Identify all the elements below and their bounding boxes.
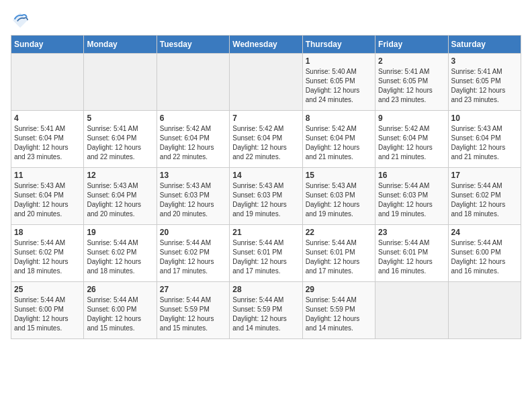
day-number: 20 <box>160 228 226 237</box>
day-cell <box>448 282 521 339</box>
day-cell: 14Sunrise: 5:43 AM Sunset: 6:03 PM Dayli… <box>230 168 302 225</box>
day-cell: 2Sunrise: 5:41 AM Sunset: 6:05 PM Daylig… <box>375 54 448 111</box>
day-cell <box>157 54 229 111</box>
day-cell: 13Sunrise: 5:43 AM Sunset: 6:03 PM Dayli… <box>157 168 229 225</box>
day-cell: 3Sunrise: 5:41 AM Sunset: 6:05 PM Daylig… <box>448 54 521 111</box>
day-number: 29 <box>306 285 372 294</box>
day-cell: 29Sunrise: 5:44 AM Sunset: 5:59 PM Dayli… <box>302 282 375 339</box>
day-number: 22 <box>306 228 372 237</box>
day-info: Sunrise: 5:44 AM Sunset: 5:59 PM Dayligh… <box>306 295 372 333</box>
day-info: Sunrise: 5:44 AM Sunset: 6:01 PM Dayligh… <box>306 238 372 276</box>
day-info: Sunrise: 5:44 AM Sunset: 6:00 PM Dayligh… <box>87 295 153 333</box>
day-info: Sunrise: 5:44 AM Sunset: 6:01 PM Dayligh… <box>232 238 299 276</box>
day-cell: 7Sunrise: 5:42 AM Sunset: 6:04 PM Daylig… <box>230 111 302 168</box>
day-info: Sunrise: 5:44 AM Sunset: 5:59 PM Dayligh… <box>160 295 226 333</box>
day-info: Sunrise: 5:42 AM Sunset: 6:04 PM Dayligh… <box>232 124 299 162</box>
day-cell: 10Sunrise: 5:43 AM Sunset: 6:04 PM Dayli… <box>448 111 521 168</box>
day-info: Sunrise: 5:44 AM Sunset: 6:01 PM Dayligh… <box>378 238 445 276</box>
day-info: Sunrise: 5:44 AM Sunset: 6:03 PM Dayligh… <box>378 181 445 219</box>
day-header-thursday: Thursday <box>302 36 375 54</box>
day-number: 16 <box>378 171 445 180</box>
day-header-sunday: Sunday <box>11 36 84 54</box>
day-cell: 18Sunrise: 5:44 AM Sunset: 6:02 PM Dayli… <box>11 225 84 282</box>
day-info: Sunrise: 5:44 AM Sunset: 5:59 PM Dayligh… <box>232 295 299 333</box>
day-cell <box>230 54 302 111</box>
day-number: 5 <box>87 113 153 123</box>
day-cell <box>11 54 84 111</box>
day-info: Sunrise: 5:44 AM Sunset: 6:02 PM Dayligh… <box>87 238 153 276</box>
day-cell <box>375 282 448 339</box>
day-cell: 28Sunrise: 5:44 AM Sunset: 5:59 PM Dayli… <box>230 282 302 339</box>
day-number: 7 <box>232 113 299 123</box>
day-number: 14 <box>232 171 299 180</box>
day-number: 12 <box>87 171 153 180</box>
day-number: 25 <box>14 285 81 294</box>
day-number: 23 <box>378 228 445 237</box>
day-info: Sunrise: 5:44 AM Sunset: 6:00 PM Dayligh… <box>451 238 518 276</box>
day-cell: 16Sunrise: 5:44 AM Sunset: 6:03 PM Dayli… <box>375 168 448 225</box>
week-row-1: 1Sunrise: 5:40 AM Sunset: 6:05 PM Daylig… <box>11 54 521 111</box>
day-number: 24 <box>451 228 518 237</box>
day-number: 18 <box>14 228 81 237</box>
day-number: 1 <box>306 56 372 66</box>
day-cell: 26Sunrise: 5:44 AM Sunset: 6:00 PM Dayli… <box>84 282 157 339</box>
day-info: Sunrise: 5:44 AM Sunset: 6:02 PM Dayligh… <box>160 238 226 276</box>
day-info: Sunrise: 5:44 AM Sunset: 6:00 PM Dayligh… <box>14 295 81 333</box>
day-info: Sunrise: 5:41 AM Sunset: 6:04 PM Dayligh… <box>14 124 81 162</box>
day-number: 28 <box>232 285 299 294</box>
day-number: 21 <box>232 228 299 237</box>
day-header-friday: Friday <box>375 36 448 54</box>
day-cell: 19Sunrise: 5:44 AM Sunset: 6:02 PM Dayli… <box>84 225 157 282</box>
day-info: Sunrise: 5:42 AM Sunset: 6:04 PM Dayligh… <box>306 124 372 162</box>
day-number: 6 <box>160 113 226 123</box>
week-row-5: 25Sunrise: 5:44 AM Sunset: 6:00 PM Dayli… <box>11 282 521 339</box>
day-number: 3 <box>451 56 518 66</box>
day-info: Sunrise: 5:44 AM Sunset: 6:02 PM Dayligh… <box>451 181 518 219</box>
day-info: Sunrise: 5:42 AM Sunset: 6:04 PM Dayligh… <box>378 124 445 162</box>
day-number: 9 <box>378 113 445 123</box>
day-number: 13 <box>160 171 226 180</box>
day-info: Sunrise: 5:43 AM Sunset: 6:04 PM Dayligh… <box>451 124 518 162</box>
day-cell: 12Sunrise: 5:43 AM Sunset: 6:04 PM Dayli… <box>84 168 157 225</box>
day-number: 15 <box>306 171 372 180</box>
day-cell: 5Sunrise: 5:41 AM Sunset: 6:04 PM Daylig… <box>84 111 157 168</box>
day-cell: 11Sunrise: 5:43 AM Sunset: 6:04 PM Dayli… <box>11 168 84 225</box>
day-info: Sunrise: 5:43 AM Sunset: 6:04 PM Dayligh… <box>87 181 153 219</box>
day-cell: 20Sunrise: 5:44 AM Sunset: 6:02 PM Dayli… <box>157 225 229 282</box>
day-info: Sunrise: 5:43 AM Sunset: 6:03 PM Dayligh… <box>160 181 226 219</box>
day-number: 2 <box>378 56 445 66</box>
day-cell: 17Sunrise: 5:44 AM Sunset: 6:02 PM Dayli… <box>448 168 521 225</box>
day-cell: 8Sunrise: 5:42 AM Sunset: 6:04 PM Daylig… <box>302 111 375 168</box>
day-number: 8 <box>306 113 372 123</box>
day-info: Sunrise: 5:43 AM Sunset: 6:03 PM Dayligh… <box>306 181 372 219</box>
day-cell: 6Sunrise: 5:42 AM Sunset: 6:04 PM Daylig… <box>157 111 229 168</box>
page-header <box>11 11 521 30</box>
day-info: Sunrise: 5:43 AM Sunset: 6:03 PM Dayligh… <box>232 181 299 219</box>
day-info: Sunrise: 5:41 AM Sunset: 6:05 PM Dayligh… <box>378 67 445 105</box>
day-header-monday: Monday <box>84 36 157 54</box>
day-cell: 27Sunrise: 5:44 AM Sunset: 5:59 PM Dayli… <box>157 282 229 339</box>
day-cell: 22Sunrise: 5:44 AM Sunset: 6:01 PM Dayli… <box>302 225 375 282</box>
day-info: Sunrise: 5:41 AM Sunset: 6:05 PM Dayligh… <box>451 67 518 105</box>
day-info: Sunrise: 5:41 AM Sunset: 6:04 PM Dayligh… <box>87 124 153 162</box>
day-cell: 15Sunrise: 5:43 AM Sunset: 6:03 PM Dayli… <box>302 168 375 225</box>
day-info: Sunrise: 5:44 AM Sunset: 6:02 PM Dayligh… <box>14 238 81 276</box>
day-cell: 24Sunrise: 5:44 AM Sunset: 6:00 PM Dayli… <box>448 225 521 282</box>
day-cell: 23Sunrise: 5:44 AM Sunset: 6:01 PM Dayli… <box>375 225 448 282</box>
day-number: 19 <box>87 228 153 237</box>
day-number: 27 <box>160 285 226 294</box>
day-number: 26 <box>87 285 153 294</box>
day-header-tuesday: Tuesday <box>157 36 229 54</box>
day-header-wednesday: Wednesday <box>230 36 302 54</box>
week-row-4: 18Sunrise: 5:44 AM Sunset: 6:02 PM Dayli… <box>11 225 521 282</box>
day-info: Sunrise: 5:43 AM Sunset: 6:04 PM Dayligh… <box>14 181 81 219</box>
calendar-table: SundayMondayTuesdayWednesdayThursdayFrid… <box>11 35 521 339</box>
day-cell: 9Sunrise: 5:42 AM Sunset: 6:04 PM Daylig… <box>375 111 448 168</box>
day-number: 10 <box>451 113 518 123</box>
day-cell: 1Sunrise: 5:40 AM Sunset: 6:05 PM Daylig… <box>302 54 375 111</box>
day-cell: 4Sunrise: 5:41 AM Sunset: 6:04 PM Daylig… <box>11 111 84 168</box>
day-info: Sunrise: 5:40 AM Sunset: 6:05 PM Dayligh… <box>306 67 372 105</box>
day-number: 11 <box>14 171 81 180</box>
day-cell: 25Sunrise: 5:44 AM Sunset: 6:00 PM Dayli… <box>11 282 84 339</box>
week-row-3: 11Sunrise: 5:43 AM Sunset: 6:04 PM Dayli… <box>11 168 521 225</box>
